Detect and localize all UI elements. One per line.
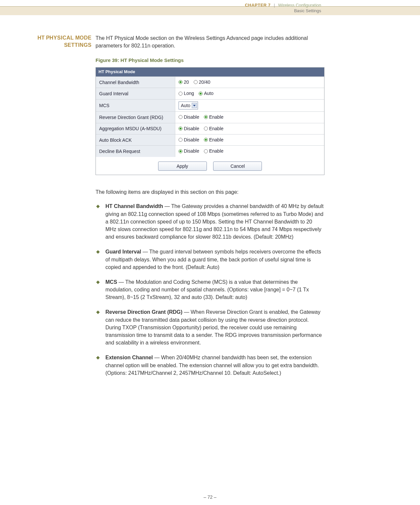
settings-table: Channel Bandwidth2020/40Guard IntervalLo… <box>96 76 324 157</box>
list-item: Guard Interval — The guard interval betw… <box>96 248 324 278</box>
radio-icon <box>179 80 182 84</box>
screenshot-title: HT Physical Mode <box>96 68 324 76</box>
setting-label: Guard Interval <box>96 88 175 99</box>
setting-label: MCS <box>96 99 175 111</box>
table-row: Reverse Direction Grant (RDG)DisableEnab… <box>96 112 324 123</box>
list-item: Reverse Direction Grant (RDG) — When Rev… <box>96 308 324 354</box>
setting-value: LongAuto <box>175 88 324 99</box>
radio-icon <box>204 127 208 131</box>
table-row: Auto Block ACKDisableEnable <box>96 134 324 146</box>
settings-screenshot: HT Physical Mode Channel Bandwidth2020/4… <box>96 67 324 175</box>
setting-label: Auto Block ACK <box>96 134 175 146</box>
setting-label: Reverse Direction Grant (RDG) <box>96 112 175 123</box>
setting-label: Channel Bandwidth <box>96 76 175 88</box>
radio-option[interactable]: Disable <box>179 136 199 143</box>
radio-option[interactable]: Disable <box>179 125 199 132</box>
select-dropdown[interactable]: Auto <box>179 102 198 109</box>
radio-icon <box>179 92 182 96</box>
term: Reverse Direction Grant (RDG) <box>105 309 182 315</box>
radio-label: Long <box>184 90 194 97</box>
radio-icon <box>179 127 182 131</box>
setting-value: DisableEnable <box>175 146 324 157</box>
side-heading: HT PHYSICAL MODE SETTINGS <box>0 34 92 48</box>
setting-value: DisableEnable <box>175 134 324 146</box>
chevron-down-icon <box>192 103 197 108</box>
page-number: – 72 – <box>0 494 420 500</box>
setting-value: Auto <box>175 99 324 111</box>
radio-label: Auto <box>204 90 213 97</box>
radio-label: Enable <box>209 125 224 132</box>
figure-caption: Figure 39: HT Physical Mode Settings <box>96 57 324 64</box>
term: MCS <box>105 279 117 285</box>
table-row: Guard IntervalLongAuto <box>96 88 324 99</box>
radio-label: Disable <box>184 114 199 120</box>
radio-label: Enable <box>209 114 224 120</box>
setting-value: DisableEnable <box>175 112 324 123</box>
radio-icon <box>204 115 208 119</box>
term: HT Channel Bandwidth <box>105 203 163 209</box>
description: — The Modulation and Coding Scheme (MCS)… <box>105 279 309 300</box>
cancel-button[interactable]: Cancel <box>213 162 262 171</box>
intro-paragraph: The HT Physical Mode section on the Wire… <box>96 34 324 49</box>
setting-value: DisableEnable <box>175 123 324 134</box>
table-row: Aggregation MSDU (A-MSDU)DisableEnable <box>96 123 324 134</box>
apply-button[interactable]: Apply <box>158 162 207 171</box>
chapter-label: CHAPTER 7 <box>245 3 270 8</box>
radio-icon <box>199 92 203 96</box>
radio-icon <box>204 149 208 153</box>
definition-list: HT Channel Bandwidth — The Gateway provi… <box>96 202 324 384</box>
radio-label: Enable <box>209 136 224 143</box>
radio-option[interactable]: Enable <box>204 148 224 154</box>
radio-option[interactable]: Disable <box>179 114 199 120</box>
table-row: MCSAuto <box>96 99 324 111</box>
setting-label: Aggregation MSDU (A-MSDU) <box>96 123 175 134</box>
radio-option[interactable]: Disable <box>179 148 199 154</box>
radio-label: 20 <box>184 79 189 85</box>
radio-label: Disable <box>184 148 199 154</box>
table-row: Decline BA RequestDisableEnable <box>96 146 324 157</box>
select-value: Auto <box>181 102 190 109</box>
list-item: Extension Channel — When 20/40MHz channe… <box>96 354 324 384</box>
radio-label: 20/40 <box>199 79 210 85</box>
radio-option[interactable]: Auto <box>199 90 213 97</box>
radio-label: Enable <box>209 148 224 154</box>
radio-label: Disable <box>184 125 199 132</box>
radio-icon <box>194 80 198 84</box>
radio-icon <box>204 138 208 142</box>
section-label: Wireless Configuration <box>278 3 321 8</box>
list-item: MCS — The Modulation and Coding Scheme (… <box>96 278 324 309</box>
list-lead: The following items are displayed in thi… <box>96 188 324 196</box>
separator: | <box>274 3 275 8</box>
radio-icon <box>179 115 182 119</box>
radio-option[interactable]: Enable <box>204 125 224 132</box>
setting-label: Decline BA Request <box>96 146 175 157</box>
term: Extension Channel <box>105 355 153 360</box>
term: Guard Interval <box>105 249 141 254</box>
setting-value: 2020/40 <box>175 76 324 88</box>
radio-label: Disable <box>184 136 199 143</box>
radio-option[interactable]: 20 <box>179 79 189 85</box>
table-row: Channel Bandwidth2020/40 <box>96 76 324 88</box>
radio-icon <box>179 149 182 153</box>
header-subsection: Basic Settings <box>294 8 321 14</box>
radio-option[interactable]: 20/40 <box>194 79 210 85</box>
radio-option[interactable]: Enable <box>204 136 224 143</box>
list-item: HT Channel Bandwidth — The Gateway provi… <box>96 202 324 248</box>
radio-option[interactable]: Long <box>179 90 194 97</box>
page-header: CHAPTER 7 | Wireless Configuration Basic… <box>0 0 420 17</box>
radio-option[interactable]: Enable <box>204 114 224 120</box>
radio-icon <box>179 138 182 142</box>
